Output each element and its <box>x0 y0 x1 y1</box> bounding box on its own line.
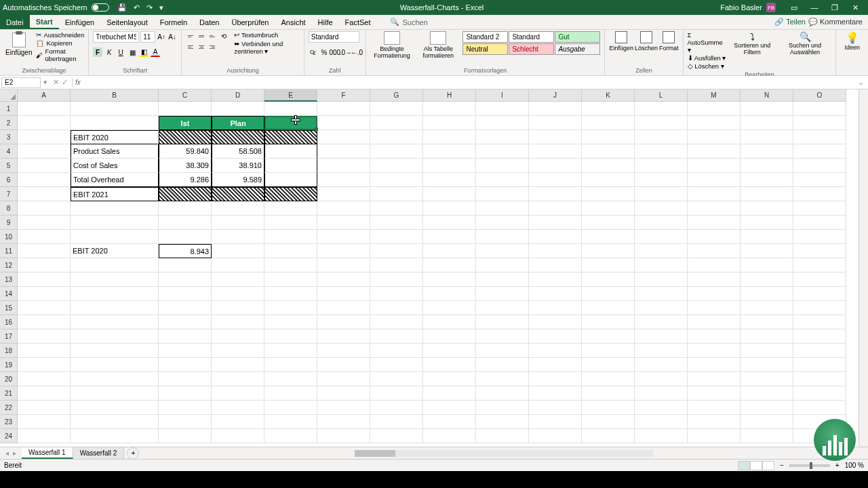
cell-K17[interactable] <box>582 329 635 344</box>
cell-K20[interactable] <box>582 372 635 386</box>
cell-H21[interactable] <box>423 386 476 401</box>
add-sheet-button[interactable]: + <box>127 447 139 460</box>
cell-A7[interactable] <box>18 187 71 201</box>
cell-J13[interactable] <box>529 272 582 287</box>
cell-E12[interactable] <box>264 258 317 272</box>
align-top-icon[interactable] <box>186 31 195 41</box>
cell-C14[interactable] <box>159 287 212 301</box>
cell-E8[interactable] <box>264 201 317 216</box>
cell-H9[interactable] <box>423 216 476 230</box>
cell-C19[interactable] <box>159 358 212 372</box>
cell-C24[interactable] <box>159 429 212 443</box>
increase-decimal-icon[interactable]: .0→ <box>341 47 351 57</box>
cell-K2[interactable] <box>582 116 635 130</box>
cell-F2[interactable] <box>317 116 370 130</box>
cell-J5[interactable] <box>529 159 582 173</box>
cell-E7[interactable] <box>264 187 317 201</box>
format-painter-button[interactable]: 🖌Format übertragen <box>36 47 84 62</box>
col-header-I[interactable]: I <box>476 89 529 102</box>
cell-D16[interactable] <box>212 315 264 329</box>
cell-H8[interactable] <box>423 201 476 216</box>
cell-J22[interactable] <box>529 401 582 415</box>
cell-C15[interactable] <box>159 301 212 315</box>
cell-O9[interactable] <box>793 216 846 230</box>
cell-I22[interactable] <box>476 401 529 415</box>
cell-B1[interactable] <box>71 102 159 116</box>
cell-A8[interactable] <box>18 201 71 216</box>
cell-F14[interactable] <box>317 287 370 301</box>
zoom-slider[interactable] <box>789 464 830 467</box>
cell-B24[interactable] <box>71 429 159 443</box>
save-icon[interactable]: 💾 <box>117 3 127 12</box>
cell-D15[interactable] <box>212 301 264 315</box>
cell-A11[interactable] <box>18 244 71 258</box>
cell-L7[interactable] <box>635 187 688 201</box>
ribbon-options-icon[interactable]: ▭ <box>784 0 804 15</box>
cell-L6[interactable] <box>635 173 688 187</box>
cell-A24[interactable] <box>18 429 71 443</box>
cell-I5[interactable] <box>476 159 529 173</box>
cell-E15[interactable] <box>264 301 317 315</box>
cell-H2[interactable] <box>423 116 476 130</box>
cell-N10[interactable] <box>741 230 793 244</box>
cell-K8[interactable] <box>582 201 635 216</box>
cell-I4[interactable] <box>476 144 529 159</box>
style-standard2[interactable]: Standard 2 <box>462 31 508 43</box>
cell-M22[interactable] <box>688 401 741 415</box>
cell-O3[interactable] <box>793 130 846 144</box>
cell-N17[interactable] <box>741 329 793 344</box>
cell-H15[interactable] <box>423 301 476 315</box>
cell-D7[interactable] <box>212 187 264 201</box>
cell-O13[interactable] <box>793 272 846 287</box>
cell-C21[interactable] <box>159 386 212 401</box>
cell-M15[interactable] <box>688 301 741 315</box>
cell-C16[interactable] <box>159 315 212 329</box>
decrease-decimal-icon[interactable]: ←.0 <box>352 47 361 57</box>
cell-K5[interactable] <box>582 159 635 173</box>
row-header-19[interactable]: 19 <box>0 358 18 372</box>
cell-O2[interactable] <box>793 116 846 130</box>
cell-H18[interactable] <box>423 344 476 358</box>
cell-O6[interactable] <box>793 173 846 187</box>
menu-formeln[interactable]: Formeln <box>154 15 193 29</box>
cell-J20[interactable] <box>529 372 582 386</box>
cell-C2[interactable]: Ist <box>159 116 212 130</box>
col-header-O[interactable]: O <box>793 89 846 102</box>
delete-cells-button[interactable]: Löschen <box>635 31 658 52</box>
cell-D9[interactable] <box>212 216 264 230</box>
cell-B16[interactable] <box>71 315 159 329</box>
cell-C13[interactable] <box>159 272 212 287</box>
col-header-K[interactable]: K <box>582 89 635 102</box>
cell-I8[interactable] <box>476 201 529 216</box>
align-bottom-icon[interactable] <box>208 31 217 41</box>
cell-D2[interactable]: Plan <box>212 116 264 130</box>
cancel-formula-icon[interactable]: ✕ <box>53 78 59 87</box>
cell-B22[interactable] <box>71 401 159 415</box>
cell-A14[interactable] <box>18 287 71 301</box>
cell-C3[interactable] <box>159 130 212 144</box>
style-standard[interactable]: Standard <box>509 31 554 43</box>
cell-E4[interactable] <box>264 144 317 159</box>
cell-N22[interactable] <box>741 401 793 415</box>
cell-N18[interactable] <box>741 344 793 358</box>
prev-sheet-icon[interactable]: ◂ <box>5 449 9 457</box>
cell-N9[interactable] <box>741 216 793 230</box>
cell-C7[interactable] <box>159 187 212 201</box>
cell-F15[interactable] <box>317 301 370 315</box>
cell-D21[interactable] <box>212 386 264 401</box>
cell-C1[interactable] <box>159 102 212 116</box>
thousands-icon[interactable]: 000 <box>330 47 340 57</box>
menu-start[interactable]: Start <box>30 15 59 29</box>
cell-L5[interactable] <box>635 159 688 173</box>
cell-J1[interactable] <box>529 102 582 116</box>
cell-O8[interactable] <box>793 201 846 216</box>
merge-center-button[interactable]: ⬌ Verbinden und zentrieren ▾ <box>234 40 299 55</box>
cell-N15[interactable] <box>741 301 793 315</box>
cell-G15[interactable] <box>370 301 423 315</box>
row-header-21[interactable]: 21 <box>0 386 18 401</box>
cell-A23[interactable] <box>18 415 71 429</box>
cell-B18[interactable] <box>71 344 159 358</box>
cell-H6[interactable] <box>423 173 476 187</box>
cell-J18[interactable] <box>529 344 582 358</box>
cell-G8[interactable] <box>370 201 423 216</box>
